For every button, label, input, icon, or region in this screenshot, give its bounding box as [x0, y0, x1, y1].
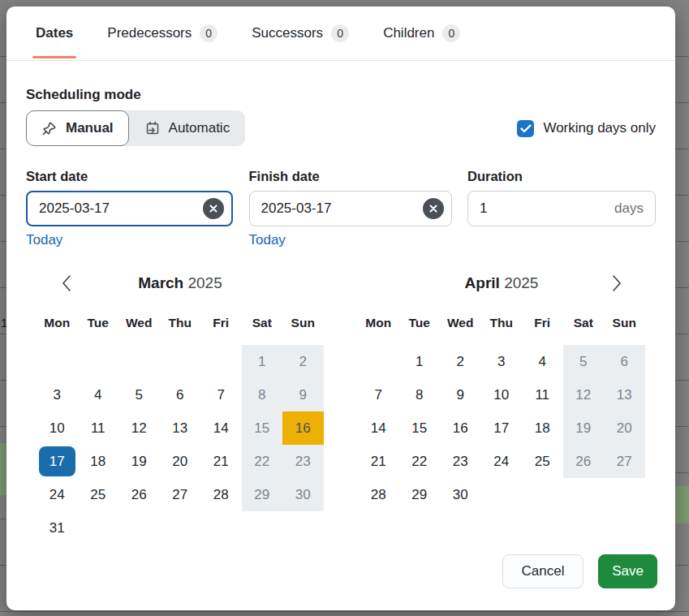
start-date-today-link[interactable]: Today: [26, 232, 62, 248]
finish-date-input[interactable]: 2025-03-17: [249, 191, 452, 226]
calendar-day[interactable]: 18: [78, 445, 119, 478]
calendar-day[interactable]: 16: [282, 411, 324, 445]
calendar-day[interactable]: 20: [160, 445, 201, 478]
calendar-day[interactable]: 25: [522, 445, 563, 478]
calendar-day[interactable]: 16: [440, 411, 481, 445]
calendar-day[interactable]: 20: [604, 411, 645, 445]
background-green-taskbar-right: [675, 486, 689, 523]
calendar-day[interactable]: 15: [242, 411, 283, 445]
calendar-day[interactable]: 9: [440, 378, 481, 411]
month-name: March: [138, 274, 187, 291]
day-number: [563, 478, 605, 511]
calendar-day[interactable]: 5: [118, 378, 160, 411]
calendar-day[interactable]: 9: [282, 378, 324, 411]
calendar-day[interactable]: 24: [481, 445, 523, 478]
calendar-day[interactable]: 24: [37, 478, 78, 511]
calendar-day[interactable]: 27: [160, 478, 201, 511]
start-date-input[interactable]: 2025-03-17: [26, 191, 233, 226]
calendar-day[interactable]: 29: [399, 478, 441, 511]
calendar-day[interactable]: 21: [200, 445, 242, 478]
calendar-day[interactable]: 27: [604, 445, 645, 478]
start-date-clear-button[interactable]: [203, 198, 224, 219]
calendar-day[interactable]: 21: [358, 445, 399, 478]
auto-calendar-icon: [144, 120, 161, 136]
calendar-day[interactable]: 15: [399, 411, 441, 445]
calendar-day[interactable]: 11: [78, 411, 119, 445]
previous-month-button[interactable]: [55, 272, 78, 295]
working-days-checkbox[interactable]: [517, 120, 534, 137]
calendar-day[interactable]: 30: [282, 478, 324, 511]
calendar-day[interactable]: 28: [200, 478, 242, 511]
day-number: 29: [399, 478, 441, 511]
calendar-day[interactable]: 10: [481, 378, 523, 411]
calendar-day[interactable]: 28: [358, 478, 399, 511]
calendar-day[interactable]: 2: [440, 345, 481, 378]
finish-date-clear-button[interactable]: [423, 198, 444, 219]
calendar-day[interactable]: 19: [118, 445, 160, 478]
calendar-day[interactable]: 14: [358, 411, 399, 445]
duration-input[interactable]: 1 days: [467, 191, 656, 226]
calendar-day-empty: [200, 345, 242, 378]
calendar-day[interactable]: 31: [37, 511, 78, 545]
calendar-day[interactable]: 19: [563, 411, 605, 445]
day-number: 13: [604, 378, 645, 411]
calendar-day[interactable]: 3: [37, 378, 78, 411]
month-year: 2025: [504, 274, 538, 291]
calendar-day[interactable]: 10: [37, 411, 78, 445]
day-number: 12: [118, 411, 160, 445]
calendar-day[interactable]: 1: [399, 345, 441, 378]
calendar-day[interactable]: 2: [282, 345, 324, 378]
manual-mode-button[interactable]: Manual: [26, 110, 129, 146]
calendar-day[interactable]: 17: [481, 411, 523, 445]
finish-date-today-link[interactable]: Today: [249, 232, 286, 248]
calendar-day[interactable]: 22: [242, 445, 283, 478]
tab-predecessors[interactable]: Predecessors 0: [107, 6, 217, 60]
tab-dates[interactable]: Dates: [36, 6, 73, 60]
calendar-day[interactable]: 13: [604, 378, 645, 411]
calendar-day[interactable]: 6: [604, 345, 645, 378]
tab-children[interactable]: Children 0: [383, 6, 460, 60]
day-number: [118, 345, 160, 378]
calendar-day[interactable]: 25: [78, 478, 119, 511]
task-editor-dialog: Dates Predecessors 0 Successors 0 Childr…: [6, 6, 675, 610]
calendar-day[interactable]: 7: [358, 378, 399, 411]
finish-date-value: 2025-03-17: [261, 200, 332, 217]
day-number: 8: [242, 378, 283, 411]
save-button[interactable]: Save: [598, 554, 657, 588]
calendar-day[interactable]: 11: [522, 378, 563, 411]
calendar-day[interactable]: 13: [160, 411, 201, 445]
calendar-day[interactable]: 6: [160, 378, 201, 411]
calendar-day[interactable]: 4: [522, 345, 563, 378]
calendar-day[interactable]: 23: [440, 445, 481, 478]
calendar-day[interactable]: 7: [200, 378, 242, 411]
calendar-day[interactable]: 4: [78, 378, 119, 411]
automatic-mode-button[interactable]: Automatic: [129, 110, 246, 146]
calendar-day[interactable]: 1: [242, 345, 283, 378]
day-number: 19: [118, 445, 160, 478]
calendar-day[interactable]: 8: [242, 378, 283, 411]
calendar-day[interactable]: 18: [522, 411, 563, 445]
calendar-day[interactable]: 3: [481, 345, 523, 378]
calendar-day[interactable]: 12: [563, 378, 605, 411]
calendar-day[interactable]: 14: [200, 411, 242, 445]
calendar-day[interactable]: 29: [242, 478, 283, 511]
calendar-day[interactable]: 8: [399, 378, 441, 411]
calendar-day[interactable]: 30: [440, 478, 481, 511]
calendar-day[interactable]: 26: [118, 478, 160, 511]
calendar-day[interactable]: 23: [282, 445, 324, 478]
calendar-day[interactable]: 17: [37, 445, 78, 478]
day-number: 6: [160, 378, 201, 411]
weekday-label: Tue: [78, 312, 119, 334]
cancel-button[interactable]: Cancel: [502, 554, 583, 588]
weekday-label: Fri: [200, 312, 242, 334]
calendar-day[interactable]: 26: [563, 445, 605, 478]
day-number: 10: [481, 378, 523, 411]
day-number: 20: [604, 411, 645, 445]
calendar-day-empty: [160, 511, 201, 545]
calendar-day[interactable]: 22: [399, 445, 441, 478]
next-month-button[interactable]: [605, 272, 628, 295]
calendar-day[interactable]: 5: [563, 345, 605, 378]
tab-successors[interactable]: Successors 0: [252, 6, 349, 60]
calendar-day[interactable]: 12: [118, 411, 160, 445]
day-number: 23: [440, 445, 481, 478]
